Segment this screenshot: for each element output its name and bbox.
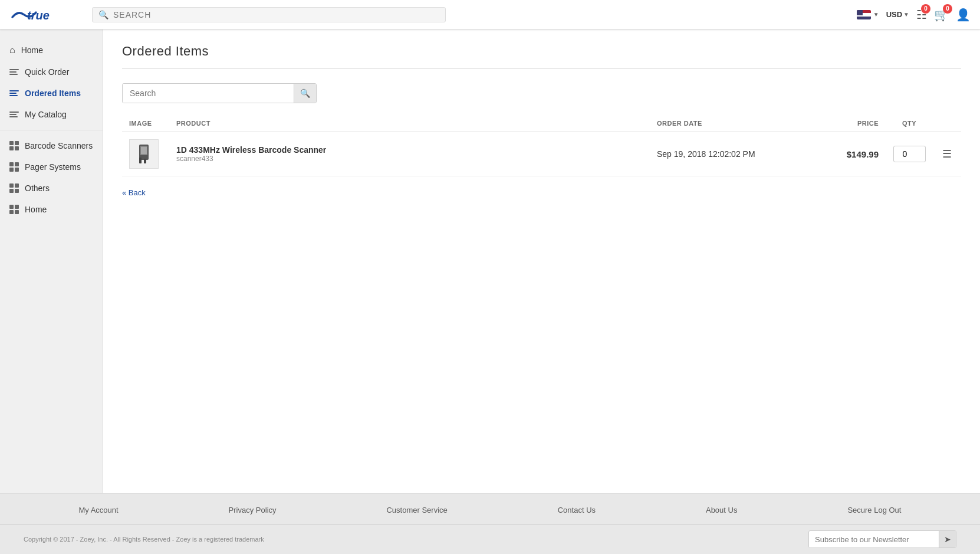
svg-text:true: true	[27, 9, 50, 22]
flag-chevron-icon: ▼	[873, 11, 879, 18]
footer-bottom: Copyright © 2017 - Zoey, Inc. - All Righ…	[0, 525, 980, 548]
sidebar-label-quick-order: Quick Order	[25, 67, 69, 77]
footer-about-us[interactable]: About Us	[706, 506, 737, 514]
header: true 🔍 ▼ USD ▼ ☷ 0 🛒 0 👤	[0, 0, 980, 29]
items-search-button[interactable]: 🔍	[294, 84, 316, 103]
sidebar-item-my-catalog[interactable]: My Catalog	[0, 104, 103, 125]
header-search-input[interactable]	[113, 10, 439, 19]
currency-selector[interactable]: USD ▼	[886, 10, 909, 19]
search-button-icon: 🔍	[300, 88, 310, 98]
my-catalog-icon	[9, 112, 19, 117]
col-header-qty: QTY	[886, 115, 933, 132]
newsletter-submit-icon: ➤	[944, 535, 951, 544]
sidebar-label-others: Others	[25, 183, 50, 193]
col-header-product: PRODUCT	[169, 115, 650, 132]
main-wrapper: ⌂ Home Quick Order Ordered Items My Cata…	[0, 29, 980, 493]
sidebar-item-home-top[interactable]: ⌂ Home	[0, 39, 103, 61]
col-header-date: ORDER DATE	[650, 115, 780, 132]
others-icon	[9, 183, 19, 193]
ordered-items-table: IMAGE PRODUCT ORDER DATE PRICE QTY	[122, 115, 961, 176]
back-link[interactable]: « Back	[122, 188, 146, 197]
table-row: 1D 433MHz Wireless Barcode Scanner scann…	[122, 132, 961, 176]
qty-input[interactable]	[893, 146, 926, 162]
row-image-cell	[122, 132, 169, 176]
currency-label: USD	[886, 10, 902, 19]
footer-my-account[interactable]: My Account	[78, 506, 118, 514]
quick-order-icon	[9, 69, 19, 75]
svg-rect-3	[139, 158, 142, 163]
main-content: Ordered Items 🔍 IMAGE PRODUCT ORDER DATE…	[103, 29, 980, 493]
newsletter-form[interactable]: ➤	[808, 530, 956, 548]
home-icon: ⌂	[9, 45, 15, 55]
pager-systems-icon	[9, 162, 19, 172]
row-qty-cell	[886, 132, 933, 176]
sidebar-label-ordered-items: Ordered Items	[25, 88, 81, 98]
sidebar-label-home-bottom: Home	[25, 205, 47, 214]
footer-links: My Account Privacy Policy Customer Servi…	[0, 506, 980, 525]
footer-copyright: Copyright © 2017 - Zoey, Inc. - All Righ…	[24, 536, 264, 543]
product-sku: scanner433	[176, 155, 643, 163]
product-image	[129, 139, 159, 169]
home-bottom-icon	[9, 205, 19, 214]
cart-badge: 0	[943, 4, 952, 14]
cart-icon-wrapper[interactable]: 🛒 0	[934, 8, 949, 22]
header-right: ▼ USD ▼ ☷ 0 🛒 0 👤	[857, 8, 971, 22]
newsletter-input[interactable]	[809, 532, 939, 548]
grid-badge: 0	[921, 4, 930, 14]
sidebar-item-home-bottom[interactable]: Home	[0, 199, 103, 220]
svg-rect-4	[144, 159, 146, 163]
sidebar-item-others[interactable]: Others	[0, 178, 103, 199]
sidebar-divider	[0, 130, 103, 130]
title-divider	[122, 68, 961, 69]
logo-svg: true	[9, 4, 80, 25]
product-price: $149.99	[787, 149, 879, 159]
sidebar: ⌂ Home Quick Order Ordered Items My Cata…	[0, 29, 103, 493]
newsletter-submit-button[interactable]: ➤	[939, 531, 956, 548]
table-header-row: IMAGE PRODUCT ORDER DATE PRICE QTY	[122, 115, 961, 132]
footer-customer-service[interactable]: Customer Service	[386, 506, 447, 514]
col-header-price: PRICE	[780, 115, 886, 132]
sidebar-label-home-top: Home	[21, 45, 43, 55]
ordered-items-icon	[9, 90, 19, 96]
sidebar-item-pager-systems[interactable]: Pager Systems	[0, 156, 103, 178]
row-product-cell: 1D 433MHz Wireless Barcode Scanner scann…	[169, 132, 650, 176]
product-image-svg	[131, 141, 157, 167]
header-search-bar[interactable]: 🔍	[92, 7, 446, 22]
sidebar-item-barcode-scanners[interactable]: Barcode Scanners	[0, 135, 103, 156]
grid-icon-wrapper[interactable]: ☷ 0	[916, 8, 927, 22]
col-header-action	[933, 115, 961, 132]
row-action-button[interactable]: ☰	[940, 145, 954, 163]
footer-contact-us[interactable]: Contact Us	[558, 506, 596, 514]
product-name: 1D 433MHz Wireless Barcode Scanner	[176, 145, 643, 155]
col-header-image: IMAGE	[122, 115, 169, 132]
user-account-icon[interactable]: 👤	[956, 8, 971, 22]
header-search-icon: 🔍	[98, 10, 108, 19]
sidebar-label-barcode-scanners: Barcode Scanners	[25, 141, 93, 150]
row-price-cell: $149.99	[780, 132, 886, 176]
sidebar-item-quick-order[interactable]: Quick Order	[0, 61, 103, 83]
footer-privacy-policy[interactable]: Privacy Policy	[229, 506, 277, 514]
sidebar-label-my-catalog: My Catalog	[25, 110, 67, 119]
row-action-cell: ☰	[933, 132, 961, 176]
us-flag-icon	[857, 10, 871, 19]
currency-chevron-icon: ▼	[903, 11, 909, 18]
order-date: Sep 19, 2018 12:02:02 PM	[657, 149, 755, 159]
page-title: Ordered Items	[122, 44, 961, 59]
search-box[interactable]: 🔍	[122, 83, 317, 103]
sidebar-label-pager-systems: Pager Systems	[25, 162, 81, 172]
footer: My Account Privacy Policy Customer Servi…	[0, 493, 980, 554]
row-date-cell: Sep 19, 2018 12:02:02 PM	[650, 132, 780, 176]
sidebar-item-ordered-items[interactable]: Ordered Items	[0, 83, 103, 104]
barcode-scanners-icon	[9, 141, 19, 150]
items-search-input[interactable]	[123, 84, 294, 103]
footer-secure-log-out[interactable]: Secure Log Out	[847, 506, 901, 514]
logo[interactable]: true	[9, 4, 80, 25]
flag-selector[interactable]: ▼	[857, 10, 879, 19]
